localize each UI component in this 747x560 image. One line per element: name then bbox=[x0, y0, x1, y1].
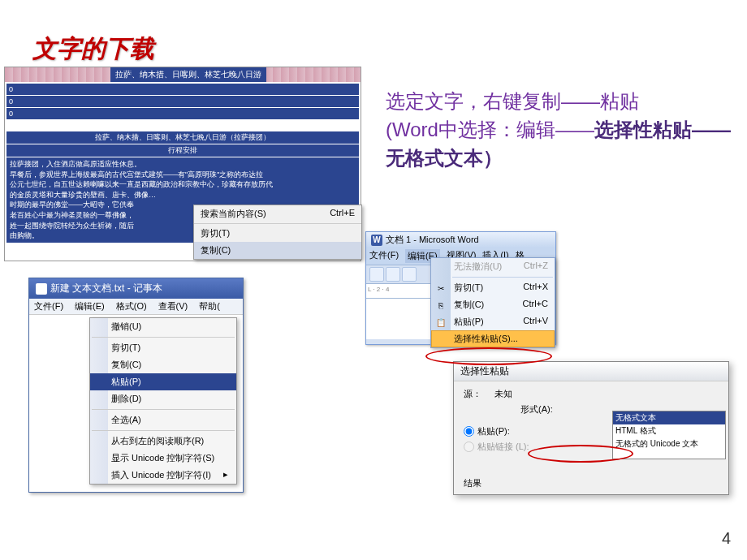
notepad-context-menu: 撤销(U) 剪切(T) 复制(C) 粘贴(P) 删除(D) 全选(A) 从右到左… bbox=[89, 317, 237, 485]
toolbar-open-icon[interactable] bbox=[386, 267, 400, 282]
menu-item-search[interactable]: 搜索当前内容(S)Ctrl+E bbox=[194, 205, 361, 222]
list-item-unicode[interactable]: 无格式的 Unicode 文本 bbox=[613, 437, 725, 450]
cm-rtl[interactable]: 从右到左的阅读顺序(R) bbox=[90, 433, 236, 450]
cm-delete[interactable]: 删除(D) bbox=[90, 390, 236, 407]
notepad-icon bbox=[36, 283, 47, 295]
word-titlebar: W 文档 1 - Microsoft Word bbox=[366, 232, 555, 248]
em-cut[interactable]: ✂ 剪切(T)Ctrl+X bbox=[431, 279, 555, 296]
word-app-icon: W bbox=[371, 235, 382, 246]
word-edit-menu: 无法撤消(U)Ctrl+Z ✂ 剪切(T)Ctrl+X ⎘ 复制(C)Ctrl+… bbox=[430, 257, 555, 348]
clipboard-icon: 📋 bbox=[434, 316, 447, 329]
em-paste-special[interactable]: 选择性粘贴(S)... bbox=[431, 330, 555, 347]
dialog-title: 选择性粘贴 bbox=[454, 362, 728, 381]
copy-icon: ⎘ bbox=[434, 299, 447, 312]
source-label: 源： bbox=[464, 388, 481, 400]
cm-paste[interactable]: 粘贴(P) bbox=[90, 373, 236, 390]
page-number: 4 bbox=[722, 529, 731, 548]
cm-undo[interactable]: 撤销(U) bbox=[90, 318, 236, 335]
result-label: 结果 bbox=[464, 477, 481, 489]
menu-help[interactable]: 帮助( bbox=[199, 300, 220, 312]
em-paste[interactable]: 📋 粘贴(P)Ctrl+V bbox=[431, 313, 555, 330]
menu-format[interactable]: 格式(O) bbox=[116, 300, 147, 312]
instruction-text: 选定文字，右键复制——粘贴 (Word中选择：编辑——选择性粘贴——无格式文本） bbox=[386, 88, 735, 172]
em-undo: 无法撤消(U)Ctrl+Z bbox=[431, 258, 555, 275]
paste-link-radio-input bbox=[464, 442, 474, 452]
web-row: 0 bbox=[6, 96, 359, 107]
browser-context-menu: 搜索当前内容(S)Ctrl+E 剪切(T) 复制(C) bbox=[193, 205, 362, 260]
menu-item-copy[interactable]: 复制(C) bbox=[194, 242, 361, 259]
web-itinerary-header: 行程安排 bbox=[6, 144, 359, 157]
list-item-html[interactable]: HTML 格式 bbox=[613, 424, 725, 437]
source-value: 未知 bbox=[494, 388, 512, 400]
cm-show-unicode[interactable]: 显示 Unicode 控制字符(S) bbox=[90, 450, 236, 467]
menu-file[interactable]: 文件(F) bbox=[34, 300, 63, 312]
paste-special-dialog: 选择性粘贴 源： 未知 形式(A): 粘贴(P): 粘贴链接 (L): 无格式文… bbox=[453, 361, 729, 495]
web-page-title: 拉萨、纳木措、日喀则、林芝七晚八日游 bbox=[110, 67, 266, 82]
word-menu-file[interactable]: 文件(F) bbox=[369, 249, 399, 263]
cm-select-all[interactable]: 全选(A) bbox=[90, 411, 236, 429]
menu-item-cut[interactable]: 剪切(T) bbox=[194, 225, 361, 242]
cm-insert-unicode[interactable]: 插入 Unicode 控制字符(I)▸ bbox=[90, 467, 236, 484]
paste-radio-input[interactable] bbox=[464, 426, 474, 437]
format-listbox[interactable]: 无格式文本 HTML 格式 无格式的 Unicode 文本 bbox=[612, 411, 726, 459]
cm-cut[interactable]: 剪切(T) bbox=[90, 339, 236, 356]
toolbar-save-icon[interactable] bbox=[402, 267, 417, 282]
web-row: 0 bbox=[6, 84, 359, 95]
notepad-menubar: 文件(F) 编辑(E) 格式(O) 查看(V) 帮助( bbox=[29, 299, 243, 315]
list-item-unformatted[interactable]: 无格式文本 bbox=[613, 411, 725, 424]
slide-title: 文字的下载 bbox=[32, 32, 154, 66]
web-subtitle: 拉萨、纳木措、日喀则、林芝七晚八日游（拉萨接团） bbox=[6, 131, 359, 144]
menu-edit[interactable]: 编辑(E) bbox=[75, 300, 105, 312]
menu-view[interactable]: 查看(V) bbox=[158, 300, 188, 312]
toolbar-new-icon[interactable] bbox=[369, 267, 384, 282]
cm-copy[interactable]: 复制(C) bbox=[90, 356, 236, 373]
notepad-titlebar: 新建 文本文档.txt - 记事本 bbox=[29, 278, 243, 299]
em-copy[interactable]: ⎘ 复制(C)Ctrl+C bbox=[431, 296, 555, 313]
scissors-icon: ✂ bbox=[434, 282, 447, 295]
web-row: 0 bbox=[6, 108, 359, 119]
